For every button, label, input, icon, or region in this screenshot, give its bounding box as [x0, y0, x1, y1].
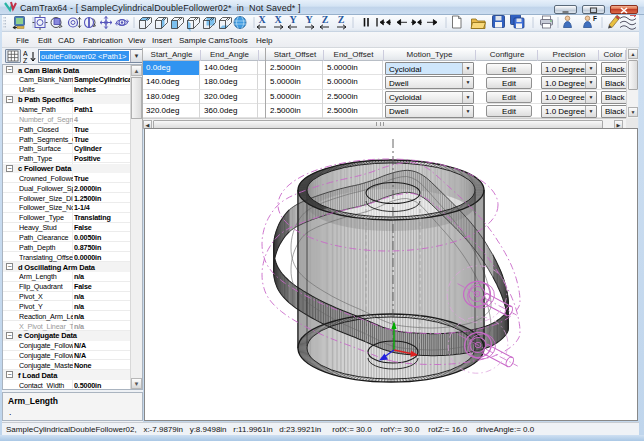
svg-text:Z: Z — [322, 15, 329, 25]
svg-text:F: F — [593, 15, 597, 22]
svg-text:A: A — [23, 50, 28, 57]
svg-text:Y: Y — [289, 15, 297, 25]
svg-text:X: X — [258, 15, 266, 25]
svg-text:X: X — [274, 15, 282, 25]
svg-text:Z: Z — [23, 57, 28, 64]
svg-text:Y: Y — [305, 15, 313, 25]
svg-text:Z: Z — [338, 15, 345, 25]
